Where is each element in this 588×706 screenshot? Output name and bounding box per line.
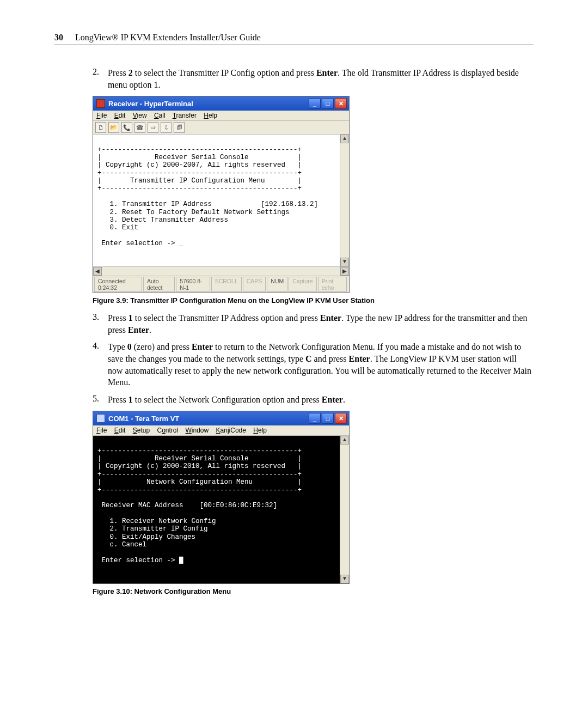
vertical-scrollbar[interactable]: ▲ ▼ (340, 436, 349, 583)
teraterm-window: COM1 - Tera Term VT _ □ ✕ File Edit Setu… (93, 411, 350, 584)
menu-view[interactable]: View (133, 112, 147, 119)
page-header: 30 LongView® IP KVM Extenders Installer/… (54, 33, 534, 45)
recv-icon[interactable]: ⇩ (161, 122, 171, 133)
figure-caption: Figure 3.9: Transmitter IP Configuration… (93, 296, 534, 305)
scroll-up-icon[interactable]: ▲ (340, 135, 349, 143)
vertical-scrollbar[interactable]: ▲ ▼ (340, 135, 349, 266)
open-icon[interactable]: 📂 (108, 122, 119, 133)
hyperterminal-window: Receiver - HyperTerminal _ □ ✕ File Edit… (93, 96, 350, 293)
menu-window[interactable]: Window (186, 427, 209, 434)
step-text: Press 2 to select the Transmitter IP Con… (108, 67, 534, 90)
status-echo: Print echo (318, 277, 347, 292)
menu-file[interactable]: File (96, 112, 107, 119)
props-icon[interactable]: 🗐 (174, 122, 185, 133)
status-baud: 57600 8-N-1 (176, 277, 210, 292)
menu-setup[interactable]: Setup (133, 427, 150, 434)
menu-edit[interactable]: Edit (114, 427, 126, 434)
status-caps: CAPS (243, 277, 266, 292)
status-capture: Capture (289, 277, 316, 292)
menu-control[interactable]: Control (157, 427, 178, 434)
step-number: 2. (93, 67, 108, 90)
window-title: Receiver - HyperTerminal (108, 100, 193, 108)
minimize-button[interactable]: _ (309, 98, 321, 109)
maximize-button[interactable]: □ (322, 98, 334, 109)
step-text: Press 1 to select the Transmitter IP Add… (108, 312, 534, 336)
step-list-lower: 3. Press 1 to select the Transmitter IP … (93, 312, 534, 405)
status-num: NUM (267, 277, 287, 292)
send-icon[interactable]: ⇨ (148, 122, 158, 133)
maximize-button[interactable]: □ (322, 413, 334, 424)
menu-edit[interactable]: Edit (114, 112, 126, 119)
menu-kanji[interactable]: KanjiCode (216, 427, 246, 434)
close-button[interactable]: ✕ (335, 413, 347, 424)
menu-transfer[interactable]: Transfer (173, 112, 197, 119)
minimize-button[interactable]: _ (309, 413, 321, 424)
scroll-up-icon[interactable]: ▲ (340, 436, 349, 445)
menu-file[interactable]: File (96, 427, 107, 434)
close-button[interactable]: ✕ (335, 98, 347, 109)
toolbar: 🗋 📂 📞 ☎ ⇨ ⇩ 🗐 (93, 121, 349, 135)
menu-help[interactable]: Help (253, 427, 267, 434)
figure-caption: Figure 3.10: Network Configuration Menu (93, 587, 534, 595)
step-text: Press 1 to select the Network Configurat… (108, 394, 534, 406)
menubar[interactable]: File Edit View Call Transfer Help (93, 111, 349, 121)
app-icon (96, 99, 105, 108)
status-scroll: SCROLL (211, 277, 242, 292)
scroll-down-icon[interactable]: ▼ (340, 258, 349, 266)
scroll-left-icon[interactable]: ◀ (93, 267, 102, 276)
titlebar[interactable]: COM1 - Tera Term VT _ □ ✕ (93, 411, 349, 425)
menu-help[interactable]: Help (204, 112, 217, 119)
step-number: 3. (93, 312, 108, 336)
step-number: 5. (93, 394, 108, 406)
horizontal-scrollbar[interactable]: ◀ ▶ (93, 266, 349, 276)
doc-title: LongView® IP KVM Extenders Installer/Use… (75, 33, 261, 42)
step-text: Type 0 (zero) and press Enter to return … (108, 341, 534, 388)
disconnect-icon[interactable]: ☎ (134, 122, 145, 133)
status-connected: Connected 0:24:32 (94, 277, 142, 292)
status-detect: Auto detect (143, 277, 175, 292)
step-list-upper: 2. Press 2 to select the Transmitter IP … (93, 67, 534, 90)
menu-call[interactable]: Call (154, 112, 166, 119)
step-number: 4. (93, 341, 108, 388)
page-number: 30 (54, 33, 63, 42)
statusbar: Connected 0:24:32 Auto detect 57600 8-N-… (93, 276, 349, 293)
terminal-content[interactable]: +---------------------------------------… (93, 135, 349, 266)
phone-icon[interactable]: 📞 (121, 122, 132, 133)
new-doc-icon[interactable]: 🗋 (95, 122, 106, 133)
menubar[interactable]: File Edit Setup Control Window KanjiCode… (93, 425, 349, 436)
scroll-right-icon[interactable]: ▶ (340, 267, 349, 276)
titlebar[interactable]: Receiver - HyperTerminal _ □ ✕ (93, 96, 349, 111)
scroll-down-icon[interactable]: ▼ (340, 575, 349, 583)
window-title: COM1 - Tera Term VT (108, 415, 179, 423)
app-icon (96, 414, 105, 423)
terminal-content[interactable]: +---------------------------------------… (93, 436, 349, 583)
